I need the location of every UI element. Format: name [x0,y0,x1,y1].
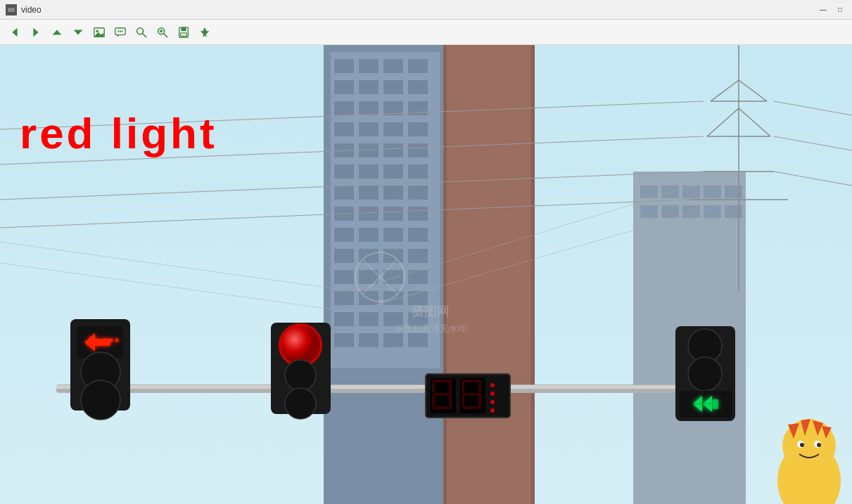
down-button[interactable] [69,23,87,41]
svg-point-14 [137,27,144,34]
svg-marker-2 [12,27,17,37]
svg-point-11 [117,30,119,32]
zoom-in-button[interactable] [153,23,172,41]
back-button[interactable] [6,23,24,41]
up-button[interactable] [48,23,66,41]
window-controls: — □ [817,4,846,15]
window-title: video [21,5,42,15]
window-icon [6,4,17,15]
title-bar: video — □ [0,0,852,20]
red-light-label: red light [20,108,217,158]
svg-marker-4 [53,30,62,34]
search-button[interactable] [132,23,151,41]
maximize-button[interactable]: □ [834,4,846,15]
main-content: 摄图网 下载后高清无水印 red light [0,45,852,504]
chat-button[interactable] [111,23,129,41]
pin-button[interactable] [196,23,214,41]
toolbar [0,20,852,45]
svg-marker-5 [74,30,83,34]
svg-line-17 [164,33,167,37]
svg-point-12 [120,30,121,32]
image-button[interactable] [90,23,108,41]
svg-point-13 [122,30,123,32]
svg-rect-1 [8,8,15,12]
svg-rect-22 [181,32,187,36]
forward-button[interactable] [27,23,45,41]
svg-marker-8 [94,32,104,37]
svg-line-15 [143,33,146,37]
svg-rect-21 [181,27,186,30]
svg-point-7 [96,30,99,32]
minimize-button[interactable]: — [817,4,829,15]
svg-marker-3 [33,27,38,37]
save-button[interactable] [174,23,193,41]
